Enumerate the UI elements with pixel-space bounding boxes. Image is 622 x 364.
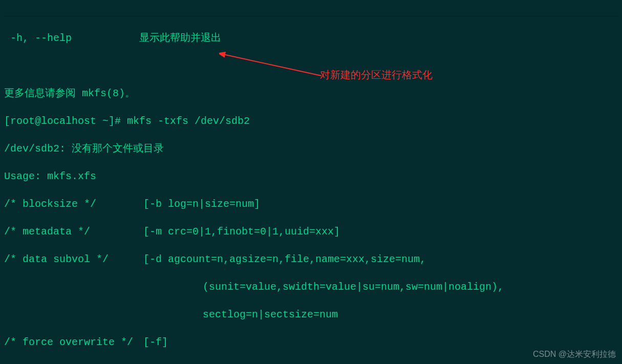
error-line: /dev/sdb2: 没有那个文件或目录	[4, 142, 618, 156]
annotation-text: 对新建的分区进行格式化	[320, 68, 433, 82]
help-desc: 显示此帮助并退出	[139, 32, 221, 44]
opt-force-label: /* force overwrite */	[4, 335, 143, 349]
opt-force-args: [-f]	[143, 336, 168, 348]
opt-data-label: /* data subvol */	[4, 252, 143, 266]
prompt-line[interactable]: [root@localhost ~]# mkfs -txfs /dev/sdb2	[4, 114, 618, 128]
opt-data-args-1: [-d agcount=n,agsize=n,file,name=xxx,siz…	[143, 253, 426, 265]
opt-blocksize-label: /* blocksize */	[4, 197, 143, 211]
shell-command: mkfs -txfs /dev/sdb2	[127, 115, 250, 127]
more-info-line: 更多信息请参阅 mkfs(8)。	[4, 87, 618, 100]
help-flag: -h, --help	[4, 32, 72, 44]
opt-data-args-2: (sunit=value,swidth=value|su=num,sw=num|…	[178, 281, 504, 293]
terminal-output: -h, --help 显示此帮助并退出 更多信息请参阅 mkfs(8)。 [ro…	[0, 0, 622, 364]
opt-metadata-label: /* metadata */	[4, 225, 143, 239]
opt-metadata-args: [-m crc=0|1,finobt=0|1,uuid=xxx]	[143, 226, 340, 238]
blank-line	[4, 59, 618, 73]
watermark-text: CSDN @达米安利拉德	[533, 347, 616, 361]
opt-data-args-3: sectlog=n|sectsize=num	[178, 309, 338, 320]
shell-prompt: [root@localhost ~]#	[4, 115, 127, 127]
opt-blocksize-args: [-b log=n|size=num]	[143, 198, 260, 210]
usage-line: Usage: mkfs.xfs	[4, 169, 618, 183]
